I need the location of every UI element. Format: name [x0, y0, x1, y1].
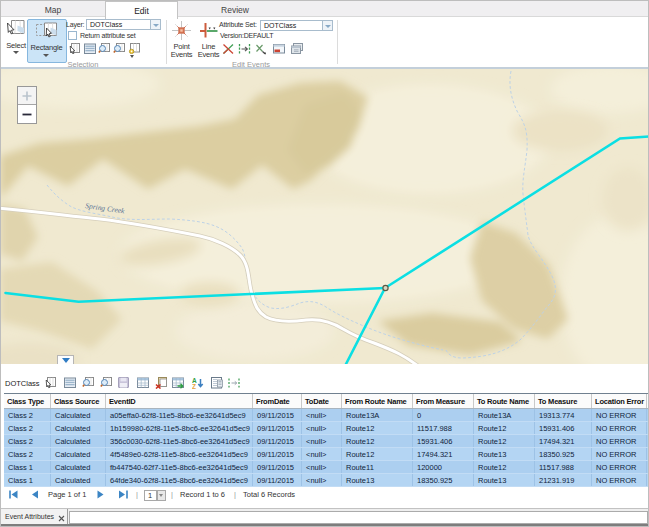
svg-text:Z: Z — [192, 383, 196, 390]
